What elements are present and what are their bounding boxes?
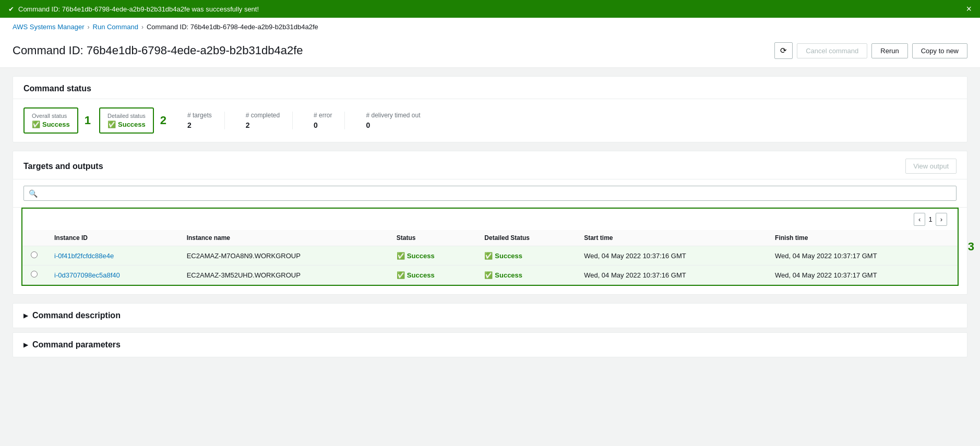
breadcrumb-current: Command ID: 76b4e1db-6798-4ede-a2b9-b2b3… — [147, 23, 318, 31]
completed-stat: # completed 2 — [233, 112, 293, 129]
row-start-time: Wed, 04 May 2022 10:37:16 GMT — [576, 266, 767, 285]
instance-id-link-0[interactable]: i-0f41bf2fcfdc88e4e — [54, 252, 114, 260]
status-section: Overall status ✅ Success 1 Detailed stat… — [13, 99, 967, 142]
row-radio-cell — [22, 246, 46, 266]
status-check-icon: ✅ — [397, 271, 405, 279]
status-check-icon: ✅ — [397, 252, 405, 260]
targets-value: 2 — [187, 121, 212, 129]
error-value: 0 — [314, 121, 332, 129]
check-icon: ✔ — [8, 5, 14, 13]
delivery-value: 0 — [366, 121, 420, 129]
search-bar: 🔍 — [13, 179, 967, 208]
overall-check-icon: ✅ — [32, 120, 40, 128]
page-header: Command ID: 76b4e1db-6798-4ede-a2b9-b2b3… — [0, 36, 980, 68]
chevron-right-icon-2: ▶ — [23, 341, 28, 348]
row-instance-name: EC2AMAZ-3M52UHD.WORKGROUP — [178, 266, 388, 285]
success-banner: ✔ Command ID: 76b4e1db-6798-4ede-a2b9-b2… — [0, 0, 980, 18]
row-detailed-status: ✅ Success — [476, 246, 576, 266]
col-finish-time: Finish time — [767, 230, 958, 246]
command-description-header[interactable]: ▶ Command description — [13, 304, 967, 328]
header-actions: ⟳ Cancel command Rerun Copy to new — [774, 42, 967, 59]
row-instance-id: i-0d3707098ec5a8f40 — [46, 266, 178, 285]
chevron-right-icon: ▶ — [23, 312, 28, 319]
row-start-time: Wed, 04 May 2022 10:37:16 GMT — [576, 246, 767, 266]
row-radio-1[interactable] — [31, 271, 38, 278]
detailed-check-icon: ✅ — [107, 120, 116, 128]
error-stat: # error 0 — [301, 112, 345, 129]
overall-status-label: Overall status — [32, 113, 70, 119]
cancel-command-button[interactable]: Cancel command — [797, 43, 867, 58]
col-detailed-status: Detailed Status — [476, 230, 576, 246]
completed-value: 2 — [246, 121, 280, 129]
table-row[interactable]: i-0f41bf2fcfdc88e4e EC2AMAZ-M7OA8N9.WORK… — [22, 246, 958, 266]
targets-stat: # targets 2 — [175, 112, 225, 129]
col-instance-name: Instance name — [178, 230, 388, 246]
row-detailed-status: ✅ Success — [476, 266, 576, 285]
main-content: Command status Overall status ✅ Success … — [0, 68, 980, 370]
col-status: Status — [388, 230, 476, 246]
overall-badge: 1 — [85, 114, 91, 127]
col-instance-id: Instance ID — [46, 230, 178, 246]
command-parameters-title: Command parameters — [32, 340, 121, 349]
delivery-stat: # delivery timed out 0 — [353, 112, 433, 129]
col-select — [22, 230, 46, 246]
detailed-check-icon-row: ✅ — [484, 271, 493, 279]
page-title: Command ID: 76b4e1db-6798-4ede-a2b9-b2b3… — [13, 44, 303, 57]
overall-status-box: Overall status ✅ Success — [23, 107, 78, 134]
banner-content: ✔ Command ID: 76b4e1db-6798-4ede-a2b9-b2… — [8, 5, 259, 13]
pagination-row: ‹ 1 › — [22, 209, 958, 230]
targets-section-title: Targets and outputs — [23, 162, 103, 171]
row-instance-name: EC2AMAZ-M7OA8N9.WORKGROUP — [178, 246, 388, 266]
targets-outputs-card: Targets and outputs View output 🔍 ‹ 1 › — [13, 151, 967, 295]
row-status: ✅ Success — [388, 266, 476, 285]
detailed-status-box: Detailed status ✅ Success — [99, 107, 154, 134]
search-icon: 🔍 — [29, 189, 38, 198]
delivery-label: # delivery timed out — [366, 112, 420, 119]
view-output-button[interactable]: View output — [905, 159, 957, 174]
row-instance-id: i-0f41bf2fcfdc88e4e — [46, 246, 178, 266]
rerun-button[interactable]: Rerun — [871, 43, 907, 58]
command-status-title: Command status — [13, 77, 967, 99]
command-parameters-header[interactable]: ▶ Command parameters — [13, 333, 967, 357]
completed-label: # completed — [246, 112, 280, 119]
banner-message: Command ID: 76b4e1db-6798-4ede-a2b9-b2b3… — [18, 5, 259, 13]
detailed-badge: 2 — [160, 114, 166, 127]
overall-status-pair: Overall status ✅ Success 1 — [23, 107, 91, 134]
row-radio-0[interactable] — [31, 251, 38, 258]
next-page-button[interactable]: › — [936, 213, 947, 226]
banner-close-button[interactable]: × — [966, 4, 972, 14]
breadcrumb-root[interactable]: AWS Systems Manager — [13, 23, 85, 31]
row-radio-cell — [22, 266, 46, 285]
targets-section-header: Targets and outputs View output — [13, 151, 967, 179]
table-header-row: Instance ID Instance name Status Detaile… — [22, 230, 958, 246]
breadcrumb-parent[interactable]: Run Command — [93, 23, 138, 31]
detailed-check-icon-row: ✅ — [484, 252, 493, 260]
targets-table: Instance ID Instance name Status Detaile… — [22, 230, 958, 285]
command-parameters-section: ▶ Command parameters — [13, 332, 967, 357]
detailed-status-value: ✅ Success — [107, 120, 146, 128]
targets-label: # targets — [187, 112, 212, 119]
row-status: ✅ Success — [388, 246, 476, 266]
overall-status-value: ✅ Success — [32, 120, 70, 128]
col-start-time: Start time — [576, 230, 767, 246]
table-badge: 3 — [968, 240, 974, 254]
search-input[interactable] — [23, 186, 957, 201]
command-description-title: Command description — [32, 311, 121, 320]
page-number: 1 — [928, 215, 932, 223]
instance-id-link-1[interactable]: i-0d3707098ec5a8f40 — [54, 271, 120, 279]
row-finish-time: Wed, 04 May 2022 10:37:17 GMT — [767, 266, 958, 285]
table-row[interactable]: i-0d3707098ec5a8f40 EC2AMAZ-3M52UHD.WORK… — [22, 266, 958, 285]
command-description-section: ▶ Command description — [13, 303, 967, 328]
command-status-card: Command status Overall status ✅ Success … — [13, 76, 967, 142]
breadcrumb-sep-1: › — [88, 23, 90, 31]
breadcrumb-sep-2: › — [141, 23, 144, 31]
detailed-status-pair: Detailed status ✅ Success 2 — [99, 107, 166, 134]
detailed-status-label: Detailed status — [107, 113, 146, 119]
copy-to-new-button[interactable]: Copy to new — [912, 43, 967, 58]
error-label: # error — [314, 112, 332, 119]
search-input-wrap: 🔍 — [23, 186, 957, 201]
refresh-button[interactable]: ⟳ — [774, 42, 793, 59]
prev-page-button[interactable]: ‹ — [914, 213, 925, 226]
row-finish-time: Wed, 04 May 2022 10:37:17 GMT — [767, 246, 958, 266]
breadcrumb: AWS Systems Manager › Run Command › Comm… — [0, 18, 980, 36]
